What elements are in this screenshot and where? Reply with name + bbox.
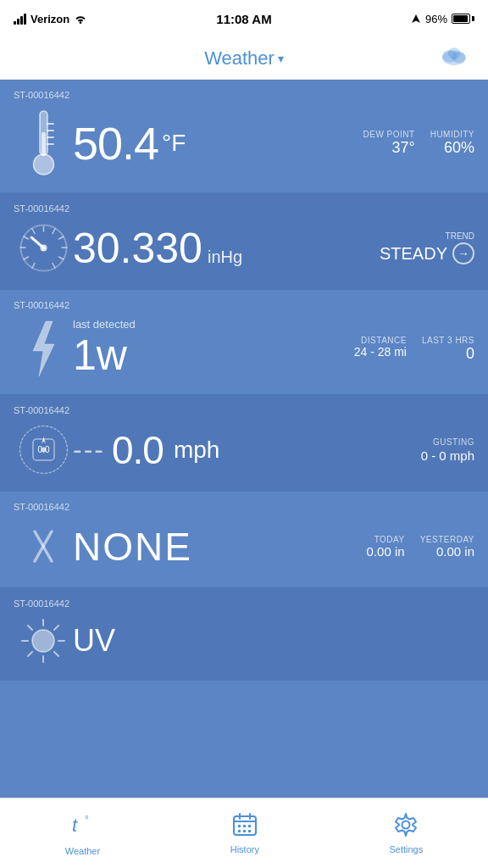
status-right: 96% <box>411 13 474 25</box>
pressure-value-row: 30.330 inHg <box>73 224 380 273</box>
svg-line-16 <box>58 257 64 259</box>
dew-point-meta: DEW POINT 37° <box>363 130 414 157</box>
temp-main: 50.4 °F <box>73 117 363 170</box>
pressure-value: 30.330 <box>73 224 202 273</box>
temp-card-body: 50.4 °F DEW POINT 37° HUMIDITY 60% <box>14 107 474 179</box>
humidity-label: HUMIDITY <box>430 130 474 139</box>
uv-label: UV <box>73 623 115 658</box>
svg-text:°: ° <box>85 814 89 826</box>
pressure-trend: TREND STEADY → <box>380 231 474 264</box>
svg-point-55 <box>402 821 410 829</box>
nav-item-history[interactable]: History <box>230 812 259 854</box>
app-title-text: Weather <box>204 47 274 70</box>
wind-device-id: ST-00016442 <box>14 405 474 415</box>
trend-value-text: STEADY <box>380 244 447 264</box>
status-bar: Verizon 11:08 AM 96% <box>0 0 488 37</box>
gusting-label: GUSTING <box>421 437 474 447</box>
uv-device-id: ST-00016442 <box>14 598 474 609</box>
svg-point-5 <box>33 154 53 175</box>
wifi-icon <box>74 14 87 24</box>
app-title-container[interactable]: Weather ▾ <box>204 47 284 70</box>
rain-icon <box>14 519 73 574</box>
bottom-nav: t ° Weather History <box>0 798 488 868</box>
rain-main: NONE <box>73 524 192 570</box>
uv-card-body: UV <box>14 615 474 666</box>
wind-card-body: 0.0 --- 0.0 mph GUSTING 0 - 0 mph <box>14 422 474 477</box>
last-detected-label: last detected <box>73 318 136 331</box>
svg-line-41 <box>28 652 32 656</box>
history-nav-icon <box>232 812 258 841</box>
humidity-meta: HUMIDITY 60% <box>430 130 474 157</box>
svg-rect-49 <box>238 825 241 827</box>
rain-card: ST-00016442 NONE TODAY 0.00 in YESTERDAY <box>0 492 488 588</box>
svg-marker-25 <box>33 321 54 376</box>
yesterday-rain-label: YESTERDAY <box>420 535 474 544</box>
pressure-card-body: 30.330 inHg TREND STEADY → <box>14 220 474 275</box>
nav-settings-label: Settings <box>389 844 423 854</box>
uv-card: ST-00016442 <box>0 588 488 681</box>
location-icon <box>411 14 421 24</box>
svg-rect-52 <box>238 830 241 832</box>
last3hrs-label: LAST 3 HRS <box>422 336 474 345</box>
signal-bars-icon <box>14 14 26 25</box>
yesterday-rain-meta: YESTERDAY 0.00 in <box>420 535 474 559</box>
rain-value: NONE <box>73 525 192 569</box>
pressure-gauge-icon <box>14 220 73 275</box>
svg-line-17 <box>53 264 55 269</box>
temp-device-id: ST-00016442 <box>14 90 474 100</box>
svg-rect-53 <box>243 830 246 832</box>
wind-compass-icon: 0.0 <box>14 422 73 477</box>
nav-item-weather[interactable]: t ° Weather <box>65 811 100 856</box>
pressure-unit: inHg <box>208 248 242 267</box>
last3hrs-meta: LAST 3 HRS 0 <box>422 336 474 363</box>
svg-point-3 <box>448 48 459 58</box>
carrier-label: Verizon <box>30 13 69 25</box>
pressure-main: 30.330 inHg <box>73 224 380 273</box>
lightning-main: last detected 1w <box>73 318 136 380</box>
wind-main: --- 0.0 mph <box>73 427 219 473</box>
last3hrs-value: 0 <box>466 345 474 363</box>
svg-text:0.0: 0.0 <box>37 445 49 454</box>
cloud-icon[interactable] <box>437 42 471 74</box>
yesterday-rain-value: 0.00 in <box>436 544 474 559</box>
svg-rect-50 <box>243 825 246 827</box>
today-rain-meta: TODAY 0.00 in <box>367 535 405 559</box>
nav-history-label: History <box>230 844 259 854</box>
battery-icon <box>452 14 474 24</box>
dew-humidity-group: DEW POINT 37° HUMIDITY 60% <box>363 130 474 157</box>
svg-marker-30 <box>42 437 46 443</box>
lightning-time-value: 1w <box>73 331 136 380</box>
wind-meta: GUSTING 0 - 0 mph <box>421 437 474 463</box>
pressure-device-id: ST-00016442 <box>14 203 474 214</box>
svg-line-22 <box>32 264 35 269</box>
humidity-value: 60% <box>444 139 474 157</box>
rain-device-id: ST-00016442 <box>14 502 474 512</box>
svg-point-42 <box>32 630 54 652</box>
wind-value: 0.0 <box>112 427 164 473</box>
nav-item-settings[interactable]: Settings <box>389 812 423 854</box>
lightning-meta-group: DISTANCE 24 - 28 mi LAST 3 HRS 0 <box>354 336 474 363</box>
svg-line-40 <box>54 626 58 630</box>
gusting-value: 0 - 0 mph <box>421 448 474 463</box>
title-chevron-icon: ▾ <box>278 52 284 65</box>
rain-meta-group: TODAY 0.00 in YESTERDAY 0.00 in <box>367 535 474 559</box>
svg-line-38 <box>28 626 32 630</box>
pressure-card: ST-00016442 <box>0 193 488 290</box>
svg-line-14 <box>58 236 64 239</box>
svg-text:t: t <box>72 815 78 836</box>
trend-label: TREND <box>380 231 474 241</box>
lightning-bolt-icon <box>14 317 73 381</box>
lightning-device-id: ST-00016442 <box>14 300 474 310</box>
battery-pct-label: 96% <box>425 13 447 25</box>
dew-point-label: DEW POINT <box>363 130 414 139</box>
svg-line-18 <box>32 229 35 234</box>
thermometer-icon <box>14 107 73 179</box>
svg-rect-51 <box>248 825 251 827</box>
svg-line-39 <box>54 652 58 656</box>
lightning-card: ST-00016442 last detected 1w DISTANCE 24… <box>0 290 488 395</box>
svg-rect-54 <box>248 830 251 832</box>
status-time: 11:08 AM <box>216 12 271 26</box>
temp-value: 50.4 <box>73 117 158 170</box>
distance-label: DISTANCE <box>361 336 407 345</box>
wind-card: ST-00016442 0.0 --- <box>0 395 488 492</box>
